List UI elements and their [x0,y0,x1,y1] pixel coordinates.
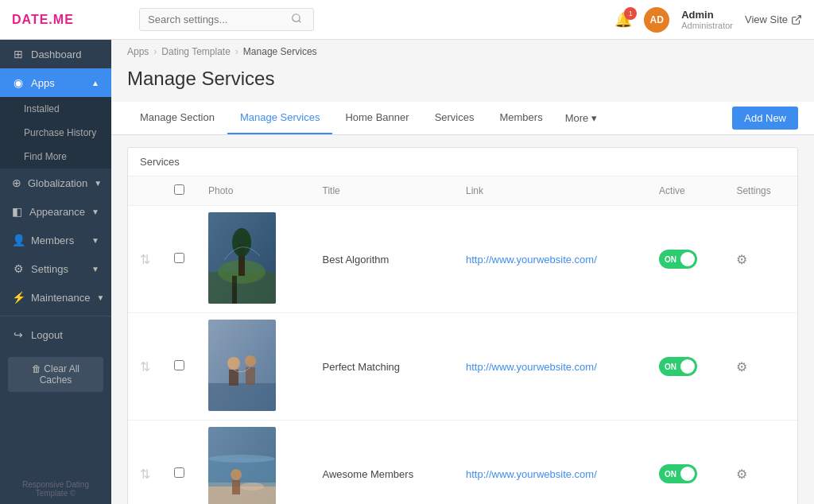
svg-point-19 [231,469,242,480]
avatar[interactable]: AD [644,7,669,33]
sidebar-label-maintenance: Maintenance [31,292,90,304]
table-row: ⇅ Best Algorithm http://www.yourwebsite.… [128,206,797,313]
service-link[interactable]: http://www.yourwebsite.com/ [466,254,597,266]
view-site-button[interactable]: View Site [745,14,802,25]
settings-gear-button[interactable]: ⚙ [736,467,747,482]
sidebar-footer: Responsive Dating Template © [0,474,111,504]
sidebar-label-appearance: Appearance [29,206,85,218]
services-table: Photo Title Link Active Settings ⇅ [128,176,797,504]
chevron-down-icon: ▼ [94,179,102,188]
tab-services[interactable]: Services [422,102,487,134]
main-layout: ⊞ Dashboard ◉ Apps ▲ Installed Purchase … [0,40,814,504]
services-table-container: Services Photo Title Link Active Setting… [127,147,798,504]
search-box[interactable] [139,8,314,31]
row-checkbox-cell [162,313,196,421]
settings-icon: ⚙ [12,262,25,275]
svg-rect-8 [232,276,237,304]
search-input[interactable] [148,14,291,25]
row-photo-cell [196,421,311,505]
toggle-label: ON [665,255,676,264]
add-new-button[interactable]: Add New [732,107,798,130]
settings-gear-button[interactable]: ⚙ [736,359,747,374]
svg-line-1 [299,21,301,23]
tab-manage-services[interactable]: Manage Services [227,102,332,134]
sidebar-item-apps[interactable]: ◉ Apps ▲ [0,68,111,97]
members-icon: 👤 [12,234,25,246]
col-settings: Settings [724,176,797,206]
sidebar-item-settings[interactable]: ⚙ Settings ▼ [0,254,111,283]
sidebar-item-logout[interactable]: ↪ Logout [0,320,111,349]
globalization-icon: ⊕ [12,176,21,189]
sidebar-item-appearance[interactable]: ◧ Appearance ▼ [0,197,111,226]
breadcrumb-dating-template[interactable]: Dating Template [161,46,231,57]
breadcrumb: Apps › Dating Template › Manage Services [111,40,814,64]
col-link: Link [454,176,647,206]
notification-bell[interactable]: 🔔 1 [614,11,632,29]
row-checkbox-cell [162,206,196,313]
table-header: Photo Title Link Active Settings [128,176,797,206]
sidebar-label-apps: Apps [31,77,55,89]
drag-icon[interactable]: ⇅ [140,360,150,374]
tab-more[interactable]: More ▾ [556,103,607,134]
row-checkbox-cell [162,421,196,505]
sidebar-item-maintenance[interactable]: ⚡ Maintenance ▼ [0,283,111,312]
row-drag-handle[interactable]: ⇅ [128,421,162,505]
toggle-knob [680,252,695,266]
col-title: Title [311,176,455,206]
service-title: Best Algorithm [323,254,390,266]
sidebar-label-members: Members [31,235,74,246]
sidebar-item-purchase-history[interactable]: Purchase History [0,121,111,145]
row-active-cell: ON [647,313,724,421]
row-checkbox[interactable] [174,253,184,263]
service-link[interactable]: http://www.yourwebsite.com/ [466,361,597,373]
row-checkbox[interactable] [174,467,184,478]
drag-icon[interactable]: ⇅ [140,467,150,481]
row-link-cell: http://www.yourwebsite.com/ [454,313,647,421]
col-drag [128,176,162,206]
search-icon[interactable] [291,13,302,26]
toggle-label: ON [665,362,676,371]
active-toggle[interactable]: ON [659,464,697,483]
settings-gear-button[interactable]: ⚙ [736,252,747,267]
sidebar-label-installed: Installed [24,103,60,114]
row-title-cell: Awesome Members [311,421,455,505]
table-section-label: Services [128,148,797,176]
svg-rect-10 [208,383,276,411]
row-checkbox[interactable] [174,360,184,370]
dashboard-icon: ⊞ [12,48,25,60]
toggle-wrap: ON [659,357,712,376]
sidebar-divider [0,316,111,316]
breadcrumb-sep-2: › [235,46,238,57]
clear-cache-button[interactable]: 🗑 Clear All Caches [8,357,103,392]
toggle-slider: ON [659,464,697,483]
active-toggle[interactable]: ON [659,357,697,376]
row-drag-handle[interactable]: ⇅ [128,206,162,313]
sidebar-label-settings: Settings [31,263,68,275]
tab-manage-section[interactable]: Manage Section [127,102,227,134]
col-active: Active [647,176,724,206]
active-toggle[interactable]: ON [659,250,697,269]
sidebar-label-globalization: Globalization [28,177,87,189]
row-link-cell: http://www.yourwebsite.com/ [454,421,647,505]
sidebar-label-purchase-history: Purchase History [24,127,96,138]
tab-members[interactable]: Members [486,102,555,134]
breadcrumb-current: Manage Services [243,46,317,57]
svg-point-11 [227,357,240,370]
sidebar-item-globalization[interactable]: ⊕ Globalization ▼ [0,169,111,197]
sidebar: ⊞ Dashboard ◉ Apps ▲ Installed Purchase … [0,40,111,504]
select-all-checkbox[interactable] [174,184,184,195]
sidebar-item-installed[interactable]: Installed [0,97,111,121]
row-active-cell: ON [647,421,724,505]
sidebar-item-dashboard[interactable]: ⊞ Dashboard [0,40,111,68]
sidebar-item-members[interactable]: 👤 Members ▼ [0,226,111,254]
row-photo-cell [196,206,311,313]
row-drag-handle[interactable]: ⇅ [128,313,162,421]
sidebar-item-find-more[interactable]: Find More [0,145,111,169]
svg-point-21 [240,483,264,490]
tab-home-banner[interactable]: Home Banner [332,102,421,134]
row-title-cell: Perfect Matching [311,313,455,421]
breadcrumb-apps[interactable]: Apps [127,46,149,57]
svg-point-7 [232,228,251,257]
service-link[interactable]: http://www.yourwebsite.com/ [466,468,597,480]
drag-icon[interactable]: ⇅ [140,253,150,266]
